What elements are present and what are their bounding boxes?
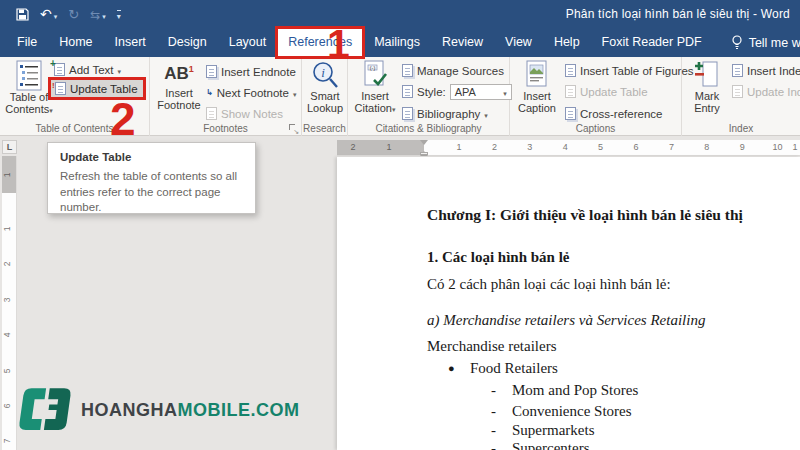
style-combobox[interactable]: APA	[450, 84, 512, 100]
lightbulb-icon	[731, 35, 743, 50]
group-label-captions: Captions	[510, 123, 681, 134]
doc-subheading[interactable]: 1. Các loại hình bán lẻ	[427, 249, 570, 266]
update-table-captions-button: Update Table	[565, 83, 648, 100]
style-icon	[402, 85, 413, 98]
horizontal-ruler[interactable]: 21123456789101	[337, 140, 800, 156]
tab-review[interactable]: Review	[431, 28, 494, 57]
group-footnotes: AB1 Insert Footnote Insert Endnote Next …	[150, 57, 302, 136]
table-of-contents-icon	[15, 60, 43, 91]
add-text-button[interactable]: Add Text	[54, 61, 121, 78]
group-index: Mark Entry Insert Index Update Index Ind…	[682, 57, 800, 136]
logo-text-accent: MOBILE.COM	[178, 400, 300, 420]
h-ruler-number: 1	[386, 142, 391, 152]
insert-table-of-figures-button[interactable]: Insert Table of Figures	[565, 62, 694, 79]
svg-text:i: i	[321, 65, 325, 80]
h-ruler-number: 4	[563, 142, 568, 152]
update-table-captions-icon	[565, 85, 576, 98]
insert-citation-icon: (-)	[362, 60, 388, 90]
tell-me-box[interactable]: Tell me what you want to do	[731, 28, 800, 57]
tooltip-title: Update Table	[60, 151, 243, 163]
v-ruler-number: 4	[2, 333, 12, 338]
insert-footnote-button[interactable]: AB1 Insert Footnote	[156, 59, 202, 111]
add-text-icon	[54, 63, 65, 76]
group-label-footnotes: Footnotes	[150, 123, 301, 134]
touch-mode-button[interactable]	[90, 5, 106, 23]
hoanghamobile-logo-icon	[14, 384, 72, 436]
document-area: L 11234567 21123456789101 Chương I: Giới…	[0, 136, 800, 450]
insert-index-icon	[732, 64, 743, 77]
group-label-index: Index	[682, 123, 800, 134]
manage-sources-button[interactable]: Manage Sources	[402, 62, 504, 79]
v-ruler-number: 2	[2, 262, 12, 267]
tab-insert[interactable]: Insert	[104, 28, 157, 57]
group-captions: Insert Caption Insert Table of Figures U…	[510, 57, 682, 136]
update-index-button: Update Index	[732, 83, 800, 100]
next-footnote-button[interactable]: Next Footnote	[206, 84, 296, 101]
doc-paragraph-1[interactable]: Có 2 cách phân loại các loại hình bán lẻ…	[427, 276, 671, 293]
save-icon[interactable]	[16, 8, 29, 21]
insert-caption-icon	[524, 60, 550, 90]
svg-text:(-): (-)	[370, 65, 376, 71]
show-notes-button: Show Notes	[206, 105, 283, 122]
h-ruler-number: 6	[633, 142, 638, 152]
tab-view[interactable]: View	[494, 28, 543, 57]
h-ruler-number: 2	[350, 142, 355, 152]
tab-layout[interactable]: Layout	[218, 28, 278, 57]
tooltip-body: Refresh the table of contents so all ent…	[60, 169, 243, 216]
insert-footnote-icon: AB1	[164, 59, 194, 84]
smart-lookup-button[interactable]: i Smart Lookup	[303, 60, 347, 114]
insert-endnote-button[interactable]: Insert Endnote	[206, 63, 296, 80]
h-ruler-number: 1	[792, 142, 797, 152]
tab-file[interactable]: File	[6, 28, 48, 57]
doc-paragraph-3[interactable]: Merchandise retailers	[427, 338, 557, 355]
insert-caption-button[interactable]: Insert Caption	[514, 60, 560, 114]
v-ruler-number: 1	[2, 227, 12, 232]
annotation-step-2: 2	[110, 96, 136, 142]
customize-qat-button[interactable]	[117, 5, 121, 23]
group-research: i Smart Lookup Research	[302, 57, 348, 136]
left-indent-marker[interactable]	[420, 152, 428, 155]
v-ruler-number: 1	[2, 173, 12, 178]
doc-heading[interactable]: Chương I: Giới thiệu về loại hình bán lẻ…	[427, 206, 743, 224]
tab-selector[interactable]: L	[2, 140, 17, 154]
bibliography-button[interactable]: Bibliography	[402, 105, 488, 122]
hoanghamobile-logo: HOANGHAMOBILE.COM	[14, 384, 300, 436]
insert-index-button[interactable]: Insert Index	[732, 62, 800, 79]
undo-button[interactable]	[40, 5, 57, 23]
doc-paragraph-2[interactable]: a) Merchandise retailers và Services Ret…	[427, 312, 705, 329]
h-ruler-number: 8	[704, 142, 709, 152]
h-ruler-number: 1	[456, 142, 461, 152]
h-ruler-number: 9	[740, 142, 745, 152]
redo-button[interactable]	[68, 5, 79, 23]
window-title: Phân tích loại hình bán lẻ siêu thị - Wo…	[566, 7, 790, 21]
v-ruler-number: 7	[2, 439, 12, 444]
mark-entry-button[interactable]: Mark Entry	[686, 60, 728, 114]
h-ruler-number: 2	[492, 142, 497, 152]
v-ruler-number: 6	[2, 404, 12, 409]
tab-home[interactable]: Home	[48, 28, 103, 57]
tab-foxit-reader-pdf[interactable]: Foxit Reader PDF	[591, 28, 713, 57]
bibliography-icon	[402, 107, 413, 120]
tab-references[interactable]: References	[277, 28, 363, 57]
tab-design[interactable]: Design	[157, 28, 218, 57]
cross-reference-button[interactable]: Cross-reference	[565, 105, 662, 122]
tab-mailings[interactable]: Mailings	[363, 28, 431, 57]
mark-entry-icon	[693, 60, 721, 90]
h-ruler-number: 5	[598, 142, 603, 152]
h-ruler-number: 3	[527, 142, 532, 152]
tab-help[interactable]: Help	[543, 28, 591, 57]
group-label-research: Research	[302, 123, 347, 134]
annotation-step-1: 1	[327, 24, 350, 65]
show-notes-icon	[206, 107, 217, 120]
manage-sources-icon	[402, 64, 413, 77]
v-ruler-number: 3	[2, 297, 12, 302]
table-of-contents-button[interactable]: Table of Contents	[4, 60, 54, 117]
insert-citation-button[interactable]: (-) Insert Citation	[351, 60, 399, 116]
insert-table-of-figures-icon	[565, 64, 576, 77]
ribbon-tabs: File Home Insert Design Layout Reference…	[0, 28, 800, 57]
cross-reference-icon	[565, 107, 576, 120]
h-ruler-number: 7	[669, 142, 674, 152]
next-footnote-icon	[206, 88, 213, 97]
quick-access-toolbar	[16, 5, 121, 23]
footnotes-dialog-launcher-icon[interactable]	[289, 124, 298, 133]
